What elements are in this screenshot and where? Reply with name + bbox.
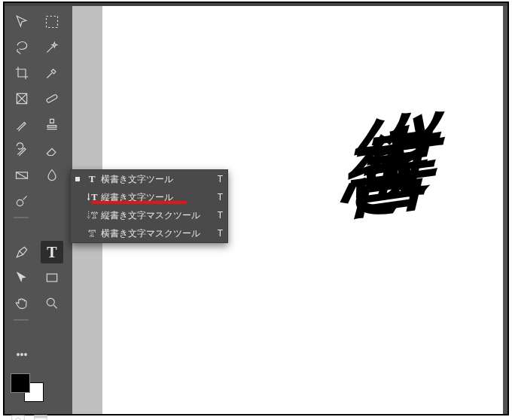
flyout-item-horizontal-type-mask[interactable]: T 横書き文字マスクツール T bbox=[71, 224, 227, 242]
tools-panel: T bbox=[5, 6, 72, 414]
vertical-text-layer[interactable]: 縦書き bbox=[343, 38, 432, 184]
path-arrow-icon bbox=[14, 270, 29, 285]
flyout-item-horizontal-type[interactable]: T 横書き文字ツール T bbox=[71, 170, 227, 188]
current-tool-marker-empty bbox=[75, 213, 80, 218]
eraser-icon bbox=[44, 142, 59, 157]
svg-rect-0 bbox=[47, 17, 58, 28]
pen-tool[interactable] bbox=[11, 241, 33, 263]
svg-point-6 bbox=[47, 298, 54, 306]
lasso-tool[interactable] bbox=[11, 36, 33, 59]
svg-point-7 bbox=[17, 354, 20, 356]
foreground-color-swatch[interactable] bbox=[11, 373, 30, 393]
type-icon: T bbox=[47, 244, 56, 261]
dodge-tool[interactable] bbox=[11, 190, 33, 212]
svg-text:T: T bbox=[89, 173, 96, 184]
history-brush-icon bbox=[14, 142, 29, 157]
gradient-icon bbox=[14, 168, 29, 183]
svg-point-9 bbox=[25, 354, 27, 356]
stamp-icon bbox=[44, 117, 59, 132]
marquee-icon bbox=[44, 14, 59, 29]
flyout-item-label: 横書き文字マスクツール bbox=[101, 227, 211, 240]
rectangle-icon bbox=[44, 270, 59, 285]
eyedropper-icon bbox=[44, 65, 59, 81]
flyout-item-shortcut: T bbox=[211, 174, 223, 184]
type-tool-flyout: T 横書き文字ツール T T 縦書き文字ツール T T 縦書き文字マスクツール … bbox=[70, 169, 228, 243]
rectangle-tool[interactable] bbox=[41, 266, 63, 289]
move-tool[interactable] bbox=[11, 11, 33, 33]
frame-tool[interactable] bbox=[11, 87, 33, 110]
vertical-type-mask-icon: T bbox=[84, 209, 101, 221]
crop-tool[interactable] bbox=[11, 62, 33, 84]
horizontal-type-icon: T bbox=[84, 173, 101, 185]
flyout-item-shortcut: T bbox=[211, 192, 223, 202]
tool-divider bbox=[11, 215, 63, 220]
svg-point-4 bbox=[17, 199, 23, 205]
flyout-item-label: 縦書き文字マスクツール bbox=[101, 209, 211, 222]
eraser-tool[interactable] bbox=[41, 138, 63, 161]
crop-icon bbox=[14, 65, 29, 81]
move-icon bbox=[14, 14, 29, 29]
zoom-tool[interactable] bbox=[41, 292, 63, 315]
brush-icon bbox=[14, 117, 29, 132]
svg-rect-13 bbox=[35, 415, 47, 418]
bandaid-icon bbox=[44, 91, 59, 106]
marquee-tool[interactable] bbox=[41, 11, 63, 33]
healing-brush-tool[interactable] bbox=[41, 87, 63, 110]
dots-icon bbox=[14, 347, 29, 362]
dodge-icon bbox=[14, 193, 29, 208]
flyout-item-shortcut: T bbox=[211, 210, 223, 221]
hand-tool[interactable] bbox=[11, 292, 33, 315]
pen-icon bbox=[14, 245, 29, 260]
blur-icon bbox=[44, 168, 59, 183]
app-frame: T bbox=[3, 2, 509, 415]
gradient-tool[interactable] bbox=[11, 164, 33, 187]
svg-text:T: T bbox=[91, 210, 98, 221]
current-tool-marker-empty bbox=[75, 231, 80, 236]
screen-mode-toggle[interactable] bbox=[33, 414, 48, 420]
screen-mode-row bbox=[11, 414, 66, 420]
type-tool[interactable]: T bbox=[41, 241, 63, 263]
annotation-red-underline bbox=[91, 201, 187, 204]
path-select-tool[interactable] bbox=[11, 266, 33, 289]
svg-rect-2 bbox=[46, 94, 57, 103]
flyout-item-vertical-type-mask[interactable]: T 縦書き文字マスクツール T bbox=[71, 206, 227, 224]
tool-divider-2 bbox=[11, 318, 63, 322]
quick-select-tool[interactable] bbox=[41, 36, 63, 59]
horizontal-type-mask-icon: T bbox=[84, 227, 101, 239]
frame-icon bbox=[14, 91, 29, 106]
wand-icon bbox=[44, 40, 59, 55]
clone-stamp-tool[interactable] bbox=[41, 113, 63, 135]
edit-toolbar[interactable] bbox=[11, 343, 33, 366]
flyout-item-label: 横書き文字ツール bbox=[101, 173, 211, 186]
hand-icon bbox=[14, 296, 29, 311]
quick-mask-toggle[interactable] bbox=[11, 414, 26, 420]
current-tool-marker bbox=[75, 177, 80, 181]
zoom-icon bbox=[44, 296, 59, 311]
svg-text:T: T bbox=[89, 227, 96, 239]
eyedropper-tool[interactable] bbox=[41, 62, 63, 84]
current-tool-marker-empty bbox=[75, 195, 80, 199]
svg-point-8 bbox=[21, 354, 23, 356]
history-brush-tool[interactable] bbox=[11, 138, 33, 161]
color-swatches[interactable] bbox=[11, 373, 48, 403]
flyout-item-shortcut: T bbox=[211, 228, 223, 239]
brush-tool[interactable] bbox=[11, 113, 33, 135]
lasso-icon bbox=[14, 40, 29, 55]
blur-tool[interactable] bbox=[41, 164, 63, 187]
tool-grid: T bbox=[11, 11, 66, 366]
svg-rect-5 bbox=[47, 274, 56, 282]
